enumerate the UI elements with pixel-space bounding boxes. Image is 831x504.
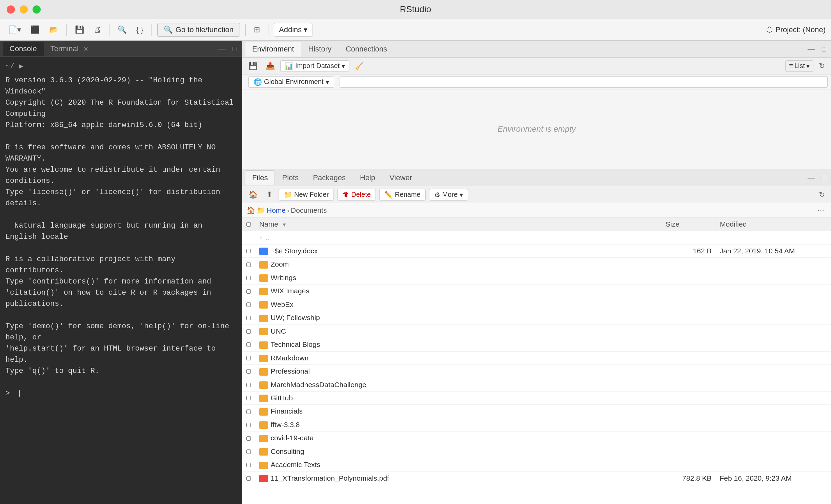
tab-packages[interactable]: Packages [306,170,353,185]
file-checkbox[interactable] [246,249,251,253]
file-name-cell[interactable]: Financials [255,405,662,418]
file-name-cell[interactable]: UNC [255,324,662,338]
new-project-button[interactable]: ⬛ [28,24,42,36]
file-name-cell[interactable]: Consulting [255,445,662,458]
maximize-panel-button[interactable]: □ [230,44,239,54]
select-all-checkbox[interactable] [246,222,251,227]
file-checkbox[interactable] [246,476,251,481]
col-header-name[interactable]: Name ▼ [255,217,662,231]
file-checkbox[interactable] [246,423,251,427]
table-row[interactable]: Zoom [242,258,831,271]
open-file-button[interactable]: 📂 [46,24,61,36]
file-checkbox[interactable] [246,262,251,267]
table-row[interactable]: MarchMadnessDataChallenge [242,378,831,391]
file-checkbox[interactable] [246,369,251,374]
table-row[interactable]: WebEx [242,298,831,311]
file-checkbox[interactable] [246,302,251,307]
table-row[interactable]: GitHub [242,391,831,404]
table-row[interactable]: ↑.. [242,231,831,245]
env-refresh-button[interactable]: ↻ [816,61,828,71]
table-row[interactable]: Financials [242,405,831,418]
breadcrumb-more-button[interactable]: ⋯ [815,206,827,215]
file-checkbox[interactable] [246,316,251,320]
code-button[interactable]: { } [134,24,146,36]
addins-button[interactable]: Addins ▾ [274,23,312,37]
delete-button[interactable]: 🗑 Delete [337,189,376,201]
file-name-cell[interactable]: Professional [255,365,662,378]
tab-connections[interactable]: Connections [339,42,394,57]
file-name-cell[interactable]: MarchMadnessDataChallenge [255,378,662,391]
file-checkbox[interactable] [246,463,251,467]
table-row[interactable]: Academic Texts [242,458,831,471]
file-name-cell[interactable]: RMarkdown [255,351,662,364]
close-button[interactable] [7,5,15,14]
env-broom-button[interactable]: 🧹 [352,60,367,72]
files-refresh-button[interactable]: ↻ [816,190,828,200]
files-parent-button[interactable]: ⬆ [264,189,275,201]
maximize-button[interactable] [33,5,41,14]
file-name-cell[interactable]: fftw-3.3.8 [255,418,662,431]
file-name-cell[interactable]: GitHub [255,391,662,404]
table-row[interactable]: UW; Fellowship [242,311,831,324]
rename-button[interactable]: ✏️ Rename [379,189,426,201]
files-maximize-button[interactable]: □ [820,173,828,183]
file-checkbox[interactable] [246,329,251,334]
table-row[interactable]: RMarkdown [242,351,831,364]
global-env-button[interactable]: 🌐 Global Environment ▾ [248,76,334,88]
files-minimize-button[interactable]: — [806,173,817,183]
goto-file-button[interactable]: 🔍 Go to file/function [157,23,240,37]
files-home-button[interactable]: 🏠 [246,189,260,201]
console-prompt-line[interactable]: > [5,388,236,399]
table-row[interactable]: WIX Images [242,285,831,298]
tab-environment[interactable]: Environment [245,42,301,57]
col-header-checkbox[interactable] [242,217,255,231]
file-name-cell[interactable]: WIX Images [255,285,662,298]
table-row[interactable]: ~$e Story.docx162 BJan 22, 2019, 10:54 A… [242,245,831,258]
file-name-cell[interactable]: Technical Blogs [255,338,662,351]
file-checkbox[interactable] [246,449,251,454]
file-checkbox[interactable] [246,289,251,294]
file-name-cell[interactable]: ~$e Story.docx [255,245,662,258]
file-checkbox[interactable] [246,276,251,280]
file-name-cell[interactable]: Academic Texts [255,458,662,471]
col-header-modified[interactable]: Modified [716,217,831,231]
more-button[interactable]: ⚙ More ▾ [429,189,468,201]
file-name-cell[interactable]: Zoom [255,258,662,271]
col-header-size[interactable]: Size [662,217,716,231]
env-save-button[interactable]: 💾 [246,60,260,72]
table-row[interactable]: Technical Blogs [242,338,831,351]
grid-button[interactable]: ⊞ [251,24,263,36]
new-file-button[interactable]: 📄▾ [5,24,24,36]
file-checkbox[interactable] [246,383,251,387]
minimize-panel-button[interactable]: — [216,44,228,54]
breadcrumb-home-link[interactable]: Home [267,206,286,214]
tab-files[interactable]: Files [245,170,275,185]
tab-plots[interactable]: Plots [275,170,306,185]
table-row[interactable]: covid-19-data [242,432,831,445]
tab-viewer[interactable]: Viewer [382,170,419,185]
terminal-tab-close[interactable]: ✕ [83,46,88,52]
file-name-cell[interactable]: WebEx [255,298,662,311]
file-checkbox[interactable] [246,410,251,414]
tab-history[interactable]: History [301,42,339,57]
file-checkbox[interactable] [246,396,251,400]
table-row[interactable]: Consulting [242,445,831,458]
tab-terminal[interactable]: Terminal ✕ [44,42,95,56]
file-name-cell[interactable]: UW; Fellowship [255,311,662,324]
cursor-input[interactable] [14,389,19,398]
print-button[interactable]: 🖨 [91,24,104,36]
minimize-button[interactable] [20,5,28,14]
file-checkbox[interactable] [246,436,251,441]
file-name-cell[interactable]: ↑.. [255,231,662,245]
new-folder-button[interactable]: 📁 New Folder [279,189,334,201]
list-view-button[interactable]: ≡ List ▾ [785,60,813,72]
tab-help[interactable]: Help [353,170,382,185]
table-row[interactable]: UNC [242,324,831,338]
table-row[interactable]: fftw-3.3.8 [242,418,831,431]
env-load-button[interactable]: 📥 [263,60,278,72]
env-minimize-button[interactable]: — [806,44,817,54]
file-name-cell[interactable]: covid-19-data [255,432,662,445]
table-row[interactable]: Writings [242,271,831,284]
file-name-cell[interactable]: 11_XTransformation_Polynomials.pdf [255,471,662,485]
table-row[interactable]: Professional [242,365,831,378]
